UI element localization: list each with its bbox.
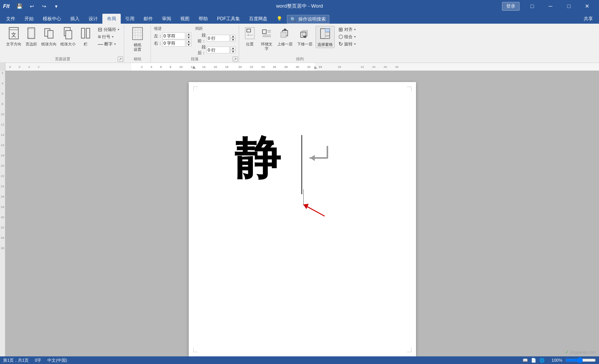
ruler-corner [0,63,5,71]
spacing-after-input[interactable] [207,47,230,53]
title-bar-left: FIt 💾 ↩ ↪ ▾ [3,1,62,11]
align-btn[interactable]: ⊞ 对齐 ▾ [337,26,357,33]
spacing-before-up[interactable]: ▲ [230,35,236,38]
web-view-btn[interactable]: 🌐 [539,358,545,363]
spacing-after-label: 段后： [195,44,206,56]
spacing-before-spinner[interactable]: ▲ ▼ [230,35,236,42]
indent-right-up[interactable]: ▲ [186,40,191,43]
read-mode-btn[interactable]: 📖 [523,358,528,363]
tab-reference[interactable]: 引用 [121,14,139,24]
draft-setup-icon [131,27,144,43]
move-backward-label: 下移一层 [297,42,312,47]
tab-help[interactable]: 帮助 [194,14,212,24]
arrange-group-label: 排列 [242,56,357,62]
document-area[interactable]: 静 [5,71,599,359]
tab-design[interactable]: 设计 [84,14,102,24]
zoom-slider[interactable] [565,358,596,362]
svg-text:48: 48 [395,65,398,69]
draft-content: 稿纸设置 [130,26,145,56]
paper-direction-btn[interactable]: 纸张方向 [40,26,58,47]
close-btn[interactable]: ✕ [578,0,596,12]
position-btn[interactable]: 位置 [242,26,257,47]
tab-baidu[interactable]: 百度网盘 [244,14,272,24]
redo-btn[interactable]: ↪ [39,1,49,11]
tab-view[interactable]: 视图 [176,14,194,24]
indent-right-down[interactable]: ▼ [186,43,191,47]
tab-mail[interactable]: 邮件 [139,14,157,24]
v-ruler-mark: 36 [1,246,4,250]
svg-text:6: 6 [19,65,21,69]
text-direction-btn[interactable]: 文 文字方向 [5,26,23,47]
text-cursor [301,135,302,194]
spacing-after-up[interactable]: ▲ [230,47,236,50]
paper-size-label: 纸张大小 [60,42,76,47]
indent-left-input[interactable] [162,32,185,39]
hyphen-btn[interactable]: — 断字 ▾ [96,40,121,47]
spacing-before-down[interactable]: ▼ [230,38,236,42]
v-ruler-mark: 16 [1,143,4,147]
indent-left-down[interactable]: ▼ [186,36,191,39]
rotate-label: 旋转 [344,41,353,47]
line-number-icon: ≡ [98,34,101,40]
wrap-text-btn[interactable]: 环绕文字 [259,26,274,52]
indent-right-spinner[interactable]: ▲ ▼ [186,40,191,47]
tab-pdf[interactable]: PDF工具集 [212,14,244,24]
move-forward-btn[interactable]: 上移一层 [276,26,294,47]
margins-btn[interactable]: 页边距 [24,26,39,47]
v-ruler-mark: 14 [1,133,4,137]
separator-icon: ⊟ [98,26,102,32]
indent-left-spinner[interactable]: ▲ ▼ [186,32,191,39]
paper-size-btn[interactable]: 纸张大小 [59,26,77,47]
customize-quick-access-btn[interactable]: ▾ [51,1,62,11]
tab-file[interactable]: 文件 [2,14,20,24]
page-setup-expand-btn[interactable]: ↗ [118,56,123,62]
share-button[interactable]: 共享 [579,14,597,24]
corner-mark-br [407,348,411,352]
svg-rect-37 [325,29,330,32]
group-btn[interactable]: ⬡ 组合 ▾ [337,33,357,40]
paragraph-expand-btn[interactable]: ↗ [233,56,238,62]
selection-pane-btn[interactable]: 选择窗格 [316,26,335,48]
v-ruler-mark: 18 [1,154,4,157]
columns-btn[interactable]: 栏 [78,26,93,47]
spacing-before-input[interactable] [207,35,230,42]
spacing-after-spinner[interactable]: ▲ ▼ [230,47,236,53]
maximize-btn[interactable]: □ [560,0,578,12]
v-ruler-mark: 24 [1,185,4,188]
spacing-after-down[interactable]: ▼ [230,50,236,53]
ribbon-toggle-btn[interactable]: □ [523,0,541,12]
v-ruler-mark: 4 [2,82,3,85]
page-view-btn[interactable]: 📄 [531,358,536,363]
save-quick-btn[interactable]: 💾 [14,1,25,11]
search-icon: 🔍 [290,17,296,22]
line-number-btn[interactable]: ≡ 行号 ▾ [96,33,121,40]
minimize-btn[interactable]: ─ [542,0,559,12]
move-backward-btn[interactable]: 下移一层 [296,26,314,47]
indent-left-row: 左： ▲ ▼ [154,32,191,39]
v-ruler-mark: 12 [1,123,4,126]
document-page[interactable]: 静 [189,82,416,357]
svg-marker-35 [303,36,307,38]
login-button[interactable]: 登录 [502,2,520,11]
v-ruler-mark: 10 [1,113,4,116]
tab-insert[interactable]: 插入 [66,14,84,24]
undo-btn[interactable]: ↩ [26,1,37,11]
svg-rect-14 [133,27,142,40]
tab-start[interactable]: 开始 [20,14,38,24]
indent-left-up[interactable]: ▲ [186,32,191,36]
tab-light-icon[interactable]: 💡 [272,14,287,24]
svg-marker-32 [283,28,287,31]
draft-setup-btn[interactable]: 稿纸设置 [130,26,145,53]
tab-template[interactable]: 模板中心 [38,14,66,24]
columns-label: 栏 [84,42,87,47]
rotate-icon: ↻ [338,41,343,47]
rotate-btn[interactable]: ↻ 旋转 ▾ [337,40,357,47]
svg-text:6: 6 [160,65,162,69]
tab-review[interactable]: 审阅 [157,14,176,24]
page-content[interactable]: 静 [219,105,385,334]
operation-search[interactable]: 🔍 操作说明搜索 [287,15,329,24]
text-direction-icon: 文 [8,27,19,42]
indent-right-input[interactable] [162,40,185,47]
tab-layout[interactable]: 布局 [102,14,121,24]
separator-btn[interactable]: ⊟ 分隔符 ▾ [96,26,121,33]
